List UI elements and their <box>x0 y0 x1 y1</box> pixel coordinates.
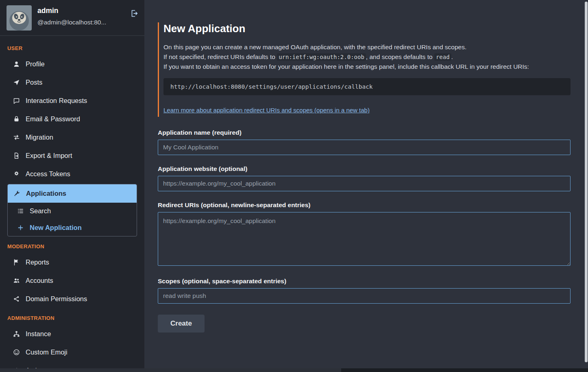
share-nodes-icon <box>13 295 20 303</box>
sidebar-item-new-application[interactable]: New Application <box>8 219 137 236</box>
sidebar-item-access-tokens[interactable]: Access Tokens <box>7 165 137 183</box>
sidebar-item-label: Interaction Requests <box>26 96 87 105</box>
application-website-label: Application website (optional) <box>158 165 571 173</box>
sidebar-nav: USER Profile Posts Interaction Requests … <box>0 36 144 372</box>
intro-line-2-mid: , and scopes defaults to <box>366 53 434 60</box>
horizontal-scrollbar-thumb[interactable] <box>0 368 341 372</box>
sidebar-item-label: Profile <box>26 60 45 68</box>
intro-line-2-pre: If not specified, redirect URIs defaults… <box>163 53 277 60</box>
sidebar-item-interaction-requests[interactable]: Interaction Requests <box>7 92 137 110</box>
scopes-input[interactable] <box>158 288 571 304</box>
user-handle: @admin@localhost:80... <box>37 19 124 26</box>
user-card: admin @admin@localhost:80... <box>0 0 144 36</box>
sidebar-item-label: Access Tokens <box>26 170 70 178</box>
user-name: admin <box>37 7 124 15</box>
application-website-input[interactable] <box>158 176 571 191</box>
sidebar-item-label: Posts <box>26 78 42 87</box>
sidebar-item-search[interactable]: Search <box>8 203 137 219</box>
avatar <box>7 5 32 31</box>
certificate-icon <box>13 170 20 178</box>
users-icon <box>13 277 20 284</box>
page-title: New Application <box>163 22 571 35</box>
inline-code-oob: urn:ietf:wg:oauth:2.0:oob <box>277 53 366 61</box>
sidebar-item-label: New Application <box>30 223 82 232</box>
lock-icon <box>13 115 20 123</box>
sidebar-item-email-password[interactable]: Email & Password <box>7 110 137 128</box>
application-name-input[interactable] <box>158 140 571 155</box>
transfer-arrows-icon <box>13 133 20 141</box>
application-website-group: Application website (optional) <box>158 165 571 191</box>
settings-sidebar: admin @admin@localhost:80... USER Profil… <box>0 0 144 372</box>
section-header-user: USER <box>7 45 137 51</box>
sidebar-item-custom-emoji[interactable]: Custom Emoji <box>7 343 137 361</box>
paper-plane-icon <box>13 79 20 86</box>
sitemap-icon <box>13 330 20 338</box>
speech-bubble-icon <box>13 97 20 105</box>
sidebar-item-label: Accounts <box>26 276 53 285</box>
file-export-icon <box>13 152 20 160</box>
horizontal-scrollbar[interactable] <box>0 368 588 372</box>
sidebar-item-accounts[interactable]: Accounts <box>7 271 137 290</box>
create-button[interactable]: Create <box>158 315 205 333</box>
sidebar-item-profile[interactable]: Profile <box>7 55 137 73</box>
vertical-scrollbar[interactable] <box>585 2 588 362</box>
sidebar-item-label: Export & Import <box>26 151 72 160</box>
section-header-moderation: MODERATION <box>7 243 137 249</box>
redirect-uris-label: Redirect URIs (optional, newline-separat… <box>158 201 571 209</box>
scopes-group: Scopes (optional, space-separated entrie… <box>158 278 571 304</box>
sidebar-item-export-import[interactable]: Export & Import <box>7 147 137 165</box>
sidebar-item-label: Domain Permissions <box>26 295 87 303</box>
learn-more-link[interactable]: Learn more about application redirect UR… <box>163 107 370 114</box>
intro-line-2-post: . <box>451 53 453 60</box>
intro-line-2: If not specified, redirect URIs defaults… <box>163 52 571 62</box>
sidebar-item-posts[interactable]: Posts <box>7 73 137 92</box>
redirect-uris-textarea[interactable] <box>158 212 571 266</box>
sidebar-item-label: Instance <box>26 330 51 338</box>
new-application-info-block: New Application On this page you can cre… <box>158 22 571 117</box>
sidebar-item-applications[interactable]: Applications <box>8 184 137 203</box>
logout-icon[interactable] <box>130 9 139 31</box>
sidebar-item-label: Applications <box>26 189 66 198</box>
sidebar-item-migration[interactable]: Migration <box>7 128 137 147</box>
application-name-group: Application name (required) <box>158 129 571 155</box>
sidebar-item-label: Custom Emoji <box>26 348 68 357</box>
main-content: New Application On this page you can cre… <box>144 0 588 372</box>
person-icon <box>13 60 20 68</box>
intro-line-1: On this page you can create a new manage… <box>163 42 571 52</box>
smiley-icon <box>13 348 20 356</box>
wrench-icon <box>13 190 21 197</box>
flag-icon <box>13 258 20 266</box>
sidebar-item-instance[interactable]: Instance <box>7 325 137 343</box>
sidebar-item-label: Search <box>30 207 51 215</box>
applications-submenu: Search New Application <box>8 203 137 236</box>
plus-icon <box>17 224 24 232</box>
sidebar-item-reports[interactable]: Reports <box>7 253 137 271</box>
inline-code-read: read <box>434 53 451 61</box>
list-icon <box>17 207 24 215</box>
new-application-form: Application name (required) Application … <box>158 129 571 333</box>
user-info: admin @admin@localhost:80... <box>37 5 124 31</box>
applications-group: Applications Search New Application <box>7 184 137 236</box>
sidebar-item-label: Migration <box>26 133 53 142</box>
sidebar-item-domain-permissions[interactable]: Domain Permissions <box>7 290 137 308</box>
sidebar-item-label: Email & Password <box>26 115 80 123</box>
application-name-label: Application name (required) <box>158 129 571 136</box>
callback-url-box: http://localhost:8080/settings/user/appl… <box>163 78 571 95</box>
section-header-administration: ADMINISTRATION <box>7 315 137 321</box>
scopes-label: Scopes (optional, space-separated entrie… <box>158 278 571 285</box>
sidebar-item-label: Reports <box>26 258 49 267</box>
redirect-uris-group: Redirect URIs (optional, newline-separat… <box>158 201 571 267</box>
intro-line-3: If you want to obtain an access token fo… <box>163 62 571 72</box>
